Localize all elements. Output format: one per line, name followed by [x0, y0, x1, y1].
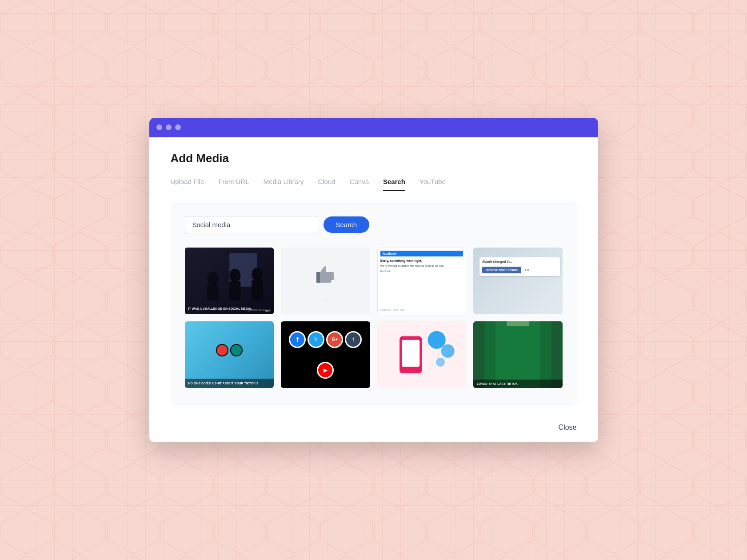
tab-search[interactable]: Search	[383, 178, 405, 191]
titlebar	[149, 118, 598, 137]
head-teal	[230, 344, 243, 356]
gif-item-6[interactable]: f 𝕏 G+ t ▶	[281, 321, 370, 388]
svg-rect-20	[507, 321, 529, 326]
gif-item-5[interactable]: NO ONE GIVES A SHIT ABOUT YOUR TIKTOK'S	[185, 321, 274, 388]
twitter-circle: 𝕏	[308, 331, 324, 348]
traffic-light-yellow[interactable]	[166, 124, 172, 130]
phone-animation-svg	[377, 321, 467, 388]
traffic-light-red[interactable]	[156, 124, 162, 130]
gif-2-dots: ...	[322, 297, 328, 302]
youtube-circle: ▶	[317, 362, 334, 379]
search-input[interactable]	[185, 216, 318, 233]
svg-point-12	[427, 331, 445, 349]
gif-item-7[interactable]	[377, 321, 467, 388]
traffic-light-green[interactable]	[175, 124, 181, 130]
svg-rect-18	[473, 321, 484, 388]
head-red	[216, 344, 228, 356]
close-button[interactable]: Close	[559, 424, 577, 432]
tab-cloud[interactable]: Cloud	[318, 178, 335, 191]
tab-canva[interactable]: Canva	[350, 178, 369, 191]
googleplus-circle: G+	[326, 331, 343, 348]
svg-point-14	[435, 358, 444, 367]
gif-1-caption: IT WAS A CHALLENGE ON SOCIAL MEDIA.	[188, 307, 252, 311]
facebook-circle: f	[289, 331, 306, 348]
gif-item-4[interactable]: Abbott changed th... Remove from Friends…	[473, 248, 563, 314]
thumbs-up-icon	[311, 260, 340, 293]
window-body: Add Media Upload File From URL Media Lib…	[149, 137, 598, 417]
tab-from-url[interactable]: From URL	[218, 178, 249, 191]
gif-item-1[interactable]: IT WAS A CHALLENGE ON SOCIAL MEDIA. @LAW…	[185, 248, 274, 314]
search-button[interactable]: Search	[324, 216, 370, 233]
tumblr-circle: t	[345, 331, 362, 348]
svg-point-3	[207, 272, 218, 285]
gif-grid-row2: NO ONE GIVES A SHIT ABOUT YOUR TIKTOK'S …	[185, 321, 563, 388]
gif-item-3[interactable]: facebook Sorry, something went right. We…	[377, 248, 467, 314]
page-title: Add Media	[171, 152, 577, 165]
tabs-bar: Upload File From URL Media Library Cloud…	[171, 178, 577, 191]
svg-point-7	[252, 268, 263, 281]
gif-3-title: Sorry, something went right.	[380, 259, 463, 262]
modal-window: Add Media Upload File From URL Media Lib…	[149, 118, 598, 443]
search-panel: Search	[171, 202, 577, 406]
gif-grid-row1: IT WAS A CHALLENGE ON SOCIAL MEDIA. @LAW…	[185, 248, 563, 314]
svg-point-5	[229, 268, 240, 282]
footer: Close	[149, 416, 598, 442]
gif-5-caption: NO ONE GIVES A SHIT ABOUT YOUR TIKTOK'S	[188, 381, 271, 386]
svg-rect-6	[229, 281, 240, 300]
tab-media-library[interactable]: Media Library	[264, 178, 304, 191]
gif-item-8[interactable]: LOVED THAT LAST TIKTOK	[473, 321, 563, 388]
svg-rect-4	[207, 284, 218, 300]
svg-rect-11	[402, 340, 419, 367]
search-bar: Search	[185, 216, 563, 233]
tab-youtube[interactable]: YouTube	[419, 178, 446, 191]
gif-3-body: We're working on getting this fixed as s…	[380, 264, 463, 268]
tab-upload-file[interactable]: Upload File	[171, 178, 204, 191]
gif-3-header: facebook	[380, 251, 463, 256]
svg-rect-17	[495, 321, 540, 388]
gif-8-caption: LOVED THAT LAST TIKTOK	[477, 382, 559, 385]
gif-3-link: Go Back	[380, 270, 463, 272]
svg-rect-19	[551, 321, 562, 388]
gif-item-2[interactable]: ...	[281, 248, 370, 314]
gif-4-remove-button[interactable]: Remove from Friends	[482, 267, 521, 273]
svg-point-13	[441, 344, 454, 358]
svg-rect-8	[252, 280, 263, 300]
gif-3-footer: Facebook © 2013 · Help	[380, 308, 463, 311]
